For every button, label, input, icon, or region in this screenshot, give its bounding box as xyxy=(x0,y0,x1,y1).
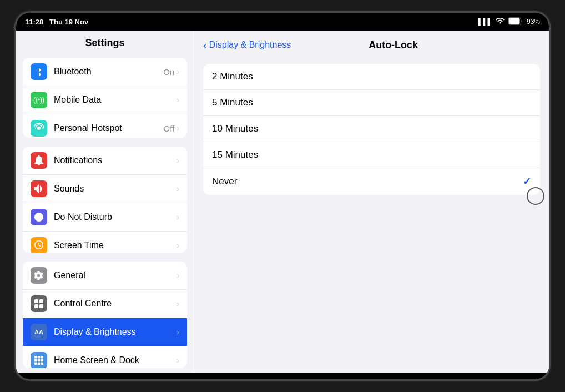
svg-rect-1 xyxy=(508,18,519,24)
signal-icon: ▌▌▌ xyxy=(478,18,492,26)
home-screen-icon xyxy=(31,352,47,368)
svg-rect-8 xyxy=(38,356,41,359)
display-brightness-label: Display & Brightness xyxy=(54,327,176,337)
svg-rect-4 xyxy=(39,299,43,303)
nav-title: Auto-Lock xyxy=(291,39,496,51)
sidebar-group-connectivity: Bluetooth On › ((•)) Mobile Data › xyxy=(23,58,187,138)
hotspot-chevron: › xyxy=(176,124,179,133)
status-icons: ▌▌▌ 93% xyxy=(478,17,540,27)
option-5min-label: 5 Minutes xyxy=(212,97,531,108)
sidebar-title: Settings xyxy=(16,31,194,53)
option-2min[interactable]: 2 Minutes xyxy=(203,64,540,90)
do-not-disturb-icon xyxy=(31,209,47,225)
option-15min[interactable]: 15 Minutes xyxy=(203,142,540,168)
mobile-data-icon: ((•)) xyxy=(31,92,47,108)
hotspot-value: Off xyxy=(164,124,175,133)
bottom-bar xyxy=(16,373,549,379)
sidebar-item-mobile-data[interactable]: ((•)) Mobile Data › xyxy=(23,86,187,114)
general-label: General xyxy=(54,270,176,280)
sidebar-item-do-not-disturb[interactable]: Do Not Disturb › xyxy=(23,203,187,232)
back-label: Display & Brightness xyxy=(209,40,291,50)
svg-rect-7 xyxy=(34,356,37,359)
option-never[interactable]: Never ✓ xyxy=(203,168,540,195)
svg-rect-15 xyxy=(41,363,44,365)
status-time: 11:28 Thu 19 Nov xyxy=(25,18,88,26)
sounds-label: Sounds xyxy=(54,184,176,194)
sidebar-item-sounds[interactable]: Sounds › xyxy=(23,175,187,203)
option-15min-label: 15 Minutes xyxy=(212,149,531,160)
ipad-device: 11:28 Thu 19 Nov ▌▌▌ 93% xyxy=(16,13,549,379)
screen-time-chevron: › xyxy=(176,241,179,250)
sidebar-item-home-screen[interactable]: Home Screen & Dock › xyxy=(23,346,187,368)
sounds-chevron: › xyxy=(176,184,179,193)
sidebar-item-notifications[interactable]: Notifications › xyxy=(23,147,187,175)
screen-time-label: Screen Time xyxy=(54,240,176,250)
svg-rect-11 xyxy=(38,359,41,362)
hotspot-label: Personal Hotspot xyxy=(54,123,164,133)
dnd-label: Do Not Disturb xyxy=(54,212,176,222)
display-brightness-chevron: › xyxy=(176,328,179,336)
nav-bar: ‹ Display & Brightness Auto-Lock xyxy=(194,31,549,59)
sidebar-item-control-centre[interactable]: Control Centre › xyxy=(23,290,187,318)
option-10min[interactable]: 10 Minutes xyxy=(203,116,540,142)
svg-rect-13 xyxy=(34,363,37,365)
sidebar-item-general[interactable]: General › xyxy=(23,262,187,290)
sidebar-item-bluetooth[interactable]: Bluetooth On › xyxy=(23,58,187,86)
control-centre-icon xyxy=(31,295,47,312)
home-button[interactable] xyxy=(527,187,544,205)
svg-rect-10 xyxy=(34,359,37,362)
sidebar-group-system: Notifications › Sounds › xyxy=(23,147,187,253)
main-content: Settings Bluetooth On › ((•)) Mobile Dat… xyxy=(16,31,549,373)
checkmark-icon: ✓ xyxy=(523,175,531,188)
hotspot-icon xyxy=(31,120,47,137)
back-button[interactable]: ‹ Display & Brightness xyxy=(203,39,291,52)
svg-rect-5 xyxy=(34,304,38,308)
battery-pct: 93% xyxy=(527,18,540,26)
back-chevron-icon: ‹ xyxy=(203,39,207,52)
bluetooth-chevron: › xyxy=(176,67,179,76)
svg-rect-14 xyxy=(38,363,41,365)
control-centre-chevron: › xyxy=(176,299,179,308)
home-screen-label: Home Screen & Dock xyxy=(54,355,176,365)
svg-rect-3 xyxy=(34,299,38,303)
sounds-icon xyxy=(31,180,47,197)
svg-rect-12 xyxy=(41,359,44,362)
svg-point-2 xyxy=(37,127,41,130)
screen-time-icon xyxy=(31,237,47,253)
option-5min[interactable]: 5 Minutes xyxy=(203,90,540,116)
sidebar: Settings Bluetooth On › ((•)) Mobile Dat… xyxy=(16,31,194,373)
dnd-chevron: › xyxy=(176,213,179,222)
sidebar-item-screen-time[interactable]: Screen Time › xyxy=(23,232,187,253)
bluetooth-icon xyxy=(31,63,47,80)
svg-rect-9 xyxy=(41,356,44,359)
display-brightness-icon: AA xyxy=(31,324,47,340)
status-bar: 11:28 Thu 19 Nov ▌▌▌ 93% xyxy=(16,13,549,31)
option-10min-label: 10 Minutes xyxy=(212,123,531,134)
notifications-chevron: › xyxy=(176,156,179,165)
mobile-data-chevron: › xyxy=(176,96,179,104)
battery-icon xyxy=(508,17,523,27)
control-centre-label: Control Centre xyxy=(54,299,176,309)
option-2min-label: 2 Minutes xyxy=(212,71,531,82)
home-screen-chevron: › xyxy=(176,356,179,365)
general-chevron: › xyxy=(176,271,179,280)
bluetooth-value: On xyxy=(163,67,174,77)
bluetooth-label: Bluetooth xyxy=(54,67,163,77)
option-never-label: Never xyxy=(212,176,523,187)
notifications-icon xyxy=(31,152,47,169)
sidebar-item-personal-hotspot[interactable]: Personal Hotspot Off › xyxy=(23,114,187,138)
wifi-icon xyxy=(496,18,505,26)
auto-lock-options: 2 Minutes 5 Minutes 10 Minutes 15 Minute… xyxy=(203,64,540,195)
right-panel: ‹ Display & Brightness Auto-Lock 2 Minut… xyxy=(194,31,549,373)
notifications-label: Notifications xyxy=(54,155,176,165)
sidebar-group-preferences: General › Control Centre › xyxy=(23,262,187,368)
svg-rect-6 xyxy=(39,304,43,308)
sidebar-item-display-brightness[interactable]: AA Display & Brightness › xyxy=(23,318,187,346)
general-icon xyxy=(31,267,47,284)
mobile-data-label: Mobile Data xyxy=(54,95,176,105)
